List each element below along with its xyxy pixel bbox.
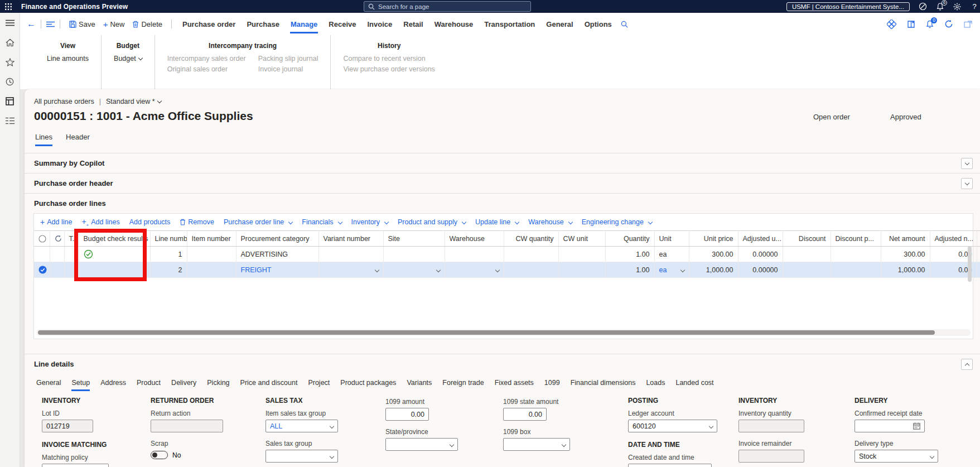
column-adjusted-net-amount[interactable]: Adjusted n... [930, 231, 977, 247]
column-type[interactable]: T... [64, 231, 79, 247]
warehouse-cell[interactable] [445, 262, 504, 278]
intercompany-sales-order-button[interactable]: Intercompany sales order [167, 55, 246, 62]
product-and-supply-menu[interactable]: Product and supply [398, 218, 466, 226]
procurement-category-cell[interactable]: FREIGHT [236, 262, 318, 278]
discount-percent-cell[interactable] [831, 247, 881, 262]
quality-order-status-cell[interactable] [977, 262, 980, 278]
column-budget-check-results[interactable]: Budget check results [79, 231, 150, 247]
cw-quantity-cell[interactable] [504, 262, 558, 278]
column-warehouse[interactable]: Warehouse [445, 231, 504, 247]
column-line-number[interactable]: Line number [150, 231, 187, 247]
tab-product-packages[interactable]: Product packages [340, 379, 396, 391]
ledger-account-combobox[interactable]: 600120 [628, 420, 717, 432]
item-number-cell[interactable] [187, 262, 236, 278]
column-variant-number[interactable]: Variant number [318, 231, 383, 247]
expand-navigation-hamburger-icon[interactable] [5, 18, 15, 28]
tab-fixed-assets[interactable]: Fixed assets [495, 379, 534, 391]
section-purchase-order-lines[interactable]: Purchase order lines [25, 193, 980, 213]
column-cw-unit[interactable]: CW unit [558, 231, 605, 247]
net-amount-cell[interactable]: 1,000.00 [881, 262, 930, 278]
created-date-field[interactable] [628, 464, 712, 467]
item-sales-tax-group-combobox[interactable]: ALL [265, 420, 338, 432]
unit-cell[interactable]: ea [654, 247, 689, 262]
sales-tax-group-combobox[interactable] [265, 450, 338, 463]
add-products-button[interactable]: Add products [129, 218, 171, 226]
procurement-category-cell[interactable]: ADVERTISING [236, 247, 318, 262]
tab-picking[interactable]: Picking [207, 379, 229, 391]
cw-unit-cell[interactable] [558, 262, 605, 278]
home-icon[interactable] [5, 37, 15, 47]
personalize-diamond-icon[interactable] [887, 20, 896, 29]
tab-financial-dimensions[interactable]: Financial dimensions [571, 379, 636, 391]
tab-project[interactable]: Project [308, 379, 330, 391]
scrap-toggle[interactable] [151, 451, 168, 459]
tab-purchase-order[interactable]: Purchase order [182, 15, 236, 33]
workspaces-list-icon[interactable] [5, 115, 15, 126]
tab-product[interactable]: Product [137, 379, 161, 391]
column-site[interactable]: Site [383, 231, 445, 247]
add-lines-button[interactable]: ++Add lines [81, 217, 119, 228]
help-icon[interactable]: ? [970, 2, 979, 11]
column-item-number[interactable]: Item number [187, 231, 236, 247]
budget-menu-button[interactable]: Budget [114, 55, 142, 62]
back-arrow-icon[interactable]: ← [27, 19, 36, 29]
cw-quantity-cell[interactable] [504, 247, 558, 262]
tab-receive[interactable]: Receive [328, 15, 356, 33]
add-line-button[interactable]: +Add line [40, 218, 72, 227]
tab-lines[interactable]: Lines [35, 133, 52, 146]
discount-cell[interactable] [783, 262, 831, 278]
tab-delivery[interactable]: Delivery [171, 379, 196, 391]
variant-number-cell[interactable] [318, 247, 383, 262]
tab-general[interactable]: General [36, 379, 61, 391]
tab-general[interactable]: General [545, 15, 573, 33]
view-purchase-order-versions-button[interactable]: View purchase order versions [343, 65, 435, 73]
favorites-star-icon[interactable] [5, 57, 15, 67]
vertical-scrollbar[interactable] [968, 246, 972, 282]
column-procurement-category[interactable]: Procurement category [236, 231, 318, 247]
save-button[interactable]: Save [69, 20, 95, 28]
tab-setup[interactable]: Setup [71, 379, 90, 391]
tab-price-and-discount[interactable]: Price and discount [240, 379, 298, 391]
invoice-journal-button[interactable]: Invoice journal [258, 65, 318, 73]
variant-number-cell[interactable] [318, 262, 383, 278]
inventory-quantity-field[interactable] [738, 420, 804, 432]
update-line-menu[interactable]: Update line [475, 218, 519, 226]
confirmed-receipt-date-field[interactable] [855, 420, 925, 432]
column-cw-quantity[interactable]: CW quantity [504, 231, 558, 247]
column-quality-order-status[interactable]: Quality order sta...⋮ [977, 231, 980, 247]
tab-manage[interactable]: Manage [290, 15, 318, 33]
horizontal-scrollbar-thumb[interactable] [38, 330, 935, 335]
discount-cell[interactable] [783, 247, 831, 262]
cw-unit-cell[interactable] [558, 247, 605, 262]
engineering-change-menu[interactable]: Engineering change [582, 218, 652, 226]
remove-button[interactable]: Remove [180, 218, 214, 226]
waffle-icon[interactable] [0, 3, 17, 10]
tab-header[interactable]: Header [66, 133, 90, 146]
open-in-new-window-icon[interactable] [964, 21, 972, 28]
current-form-icon[interactable] [5, 96, 15, 106]
unit-price-cell[interactable]: 300.00 [689, 247, 738, 262]
environment-badge[interactable]: USMF | Contoso Entertainment Syste... [786, 2, 910, 11]
line-number-cell[interactable]: 2 [150, 262, 187, 278]
financials-menu[interactable]: Financials [302, 218, 341, 226]
copilot-icon[interactable] [918, 2, 927, 11]
state-province-combobox[interactable] [385, 438, 458, 451]
site-cell[interactable] [383, 262, 445, 278]
tab-transportation[interactable]: Transportation [484, 15, 535, 33]
horizontal-scrollbar-track[interactable] [36, 329, 971, 336]
expand-section-button[interactable] [961, 178, 973, 189]
section-purchase-order-header[interactable]: Purchase order header [25, 173, 980, 193]
tab-purchase[interactable]: Purchase [246, 15, 280, 33]
amount-1099-field[interactable]: 0.00 [385, 408, 429, 421]
column-discount-percent[interactable]: Discount p... [831, 231, 881, 247]
quantity-cell[interactable]: 1.00 [605, 262, 654, 278]
lot-id-field[interactable]: 012719 [42, 420, 93, 432]
new-button[interactable]: + New [103, 20, 125, 29]
table-row-1[interactable]: 1 ADVERTISING 1.00 ea 300.00 0.00000 [34, 247, 980, 262]
search-input[interactable]: Search for a page [364, 1, 531, 12]
tab-variants[interactable]: Variants [407, 379, 432, 391]
recent-clock-icon[interactable] [5, 76, 15, 86]
compare-to-recent-version-button[interactable]: Compare to recent version [343, 55, 435, 62]
quality-order-status-cell[interactable] [977, 247, 980, 262]
adjusted-unit-price-cell[interactable]: 0.00000 [738, 262, 783, 278]
